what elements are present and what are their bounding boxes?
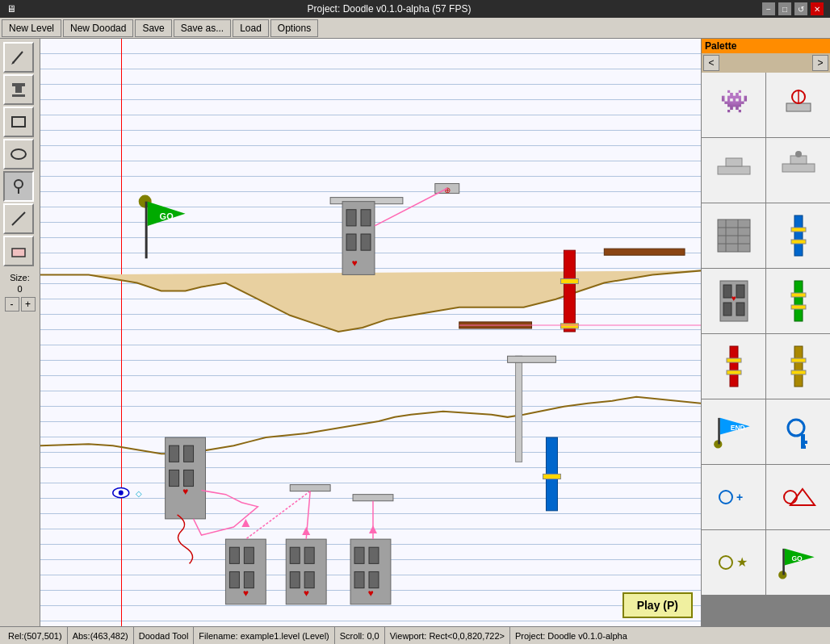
svg-point-7 [15,180,23,188]
svg-rect-38 [225,539,266,604]
status-rel: Rel:(507,501) [3,627,68,644]
palette-item-key-blue[interactable] [766,399,830,464]
svg-rect-75 [718,166,750,174]
restore-button[interactable]: ↺ [794,2,807,15]
titlebar: 🖥 Project: Doodle v0.1.0-alpha (57 FPS) … [0,0,830,18]
erase-tool-button[interactable] [3,236,34,266]
size-minus-button[interactable]: - [5,297,19,312]
svg-rect-11 [330,198,403,204]
minimize-button[interactable]: − [762,2,775,15]
svg-rect-42 [244,571,254,588]
svg-rect-99 [727,358,741,362]
svg-rect-15 [346,234,356,250]
palette-item-pole-red[interactable] [702,334,765,399]
svg-marker-30 [148,202,186,226]
svg-marker-62 [302,527,310,535]
save-as-button[interactable]: Save as... [174,19,231,37]
svg-line-0 [13,52,23,63]
palette-item-pole-green[interactable] [766,269,830,333]
svg-rect-101 [794,346,803,387]
titlebar-title: Project: Doodle v0.1.0-alpha (57 FPS) [16,3,762,15]
svg-rect-33 [170,445,179,462]
svg-rect-32 [166,437,206,519]
close-button[interactable]: ✕ [811,2,824,15]
rect-tool-button[interactable] [3,107,34,137]
svg-rect-44 [286,539,326,604]
svg-rect-119 [782,549,785,575]
svg-rect-25 [560,324,578,328]
svg-text:👾: 👾 [719,88,748,115]
palette-item-pole-blue[interactable] [766,203,830,268]
svg-rect-45 [290,547,300,563]
load-button[interactable]: Load [233,19,269,37]
palette-item-brick[interactable] [702,203,765,268]
svg-marker-63 [369,525,377,533]
line-tool-button[interactable] [3,203,34,234]
svg-rect-54 [369,571,379,588]
svg-rect-26 [546,437,557,511]
palette-prev-button[interactable]: < [703,55,719,71]
svg-rect-105 [718,418,720,445]
doodad-tool-button[interactable] [3,171,34,202]
stamp-tool-button[interactable] [3,74,34,105]
palette-item-target-red[interactable] [766,73,830,137]
svg-rect-57 [353,495,393,501]
svg-rect-41 [229,571,239,588]
svg-text:⊕: ⊕ [444,186,451,194]
options-button[interactable]: Options [270,19,318,37]
svg-rect-90 [723,285,731,298]
palette-item-flag-end[interactable]: END [702,399,765,464]
status-scroll: Scroll: 0,0 [335,627,385,644]
red-vertical-line [121,39,122,626]
save-button[interactable]: Save [135,19,171,37]
palette-item-pole-yellow[interactable] [766,334,830,399]
svg-point-6 [11,149,26,159]
size-plus-button[interactable]: + [21,297,36,312]
svg-rect-12 [342,202,375,275]
palette-next-button[interactable]: > [812,55,828,71]
svg-point-79 [795,151,802,157]
svg-rect-19 [459,322,532,328]
svg-rect-23 [564,250,575,332]
new-level-button[interactable]: New Level [2,19,61,37]
maximize-button[interactable]: □ [778,2,791,15]
svg-point-28 [139,195,152,208]
svg-text:◇: ◇ [136,489,142,498]
svg-line-9 [12,212,25,225]
palette-panel: Palette < > 👾 [701,39,830,626]
game-canvas[interactable]: ♥ ⊕ GO [40,39,701,626]
svg-rect-46 [304,547,314,563]
svg-rect-100 [727,370,741,374]
palette-item-flag-go[interactable]: GO [766,530,830,595]
svg-text:♥: ♥ [367,588,373,599]
palette-item-platform-gray2[interactable] [766,138,830,203]
ellipse-tool-button[interactable] [3,139,34,169]
new-doodad-button[interactable]: New Doodad [63,19,133,37]
svg-point-65 [119,491,124,496]
status-viewport: Viewport: Rect<0,0,820,722> [385,627,510,644]
notebook-background [40,39,701,626]
canvas-area[interactable]: ♥ ⊕ GO [40,39,701,626]
palette-item-platform-gray[interactable] [702,138,765,203]
svg-rect-53 [354,571,364,588]
svg-point-114 [784,491,797,504]
svg-rect-56 [290,485,330,491]
svg-rect-2 [12,83,25,86]
pencil-tool-button[interactable] [3,42,34,73]
svg-rect-48 [304,571,314,588]
svg-text:♥: ♥ [731,294,736,303]
window-controls: − □ ↺ ✕ [762,2,824,15]
palette-item-enemy-red[interactable]: 👾 [702,73,765,137]
svg-rect-51 [354,547,364,563]
svg-text:+: + [736,491,743,504]
svg-rect-34 [184,445,194,462]
toolbar: Size: 0 - + [0,39,40,626]
play-button[interactable]: Play (P) [622,592,693,618]
svg-text:♥: ♥ [351,257,357,269]
svg-rect-111 [801,445,806,449]
palette-item-key-symbol2[interactable] [766,465,830,529]
palette-item-machine-gray[interactable]: ♥ [702,269,765,333]
svg-rect-95 [794,281,803,321]
palette-item-key-star[interactable]: ★ [702,530,765,595]
palette-item-key-symbol1[interactable]: + [702,465,765,529]
